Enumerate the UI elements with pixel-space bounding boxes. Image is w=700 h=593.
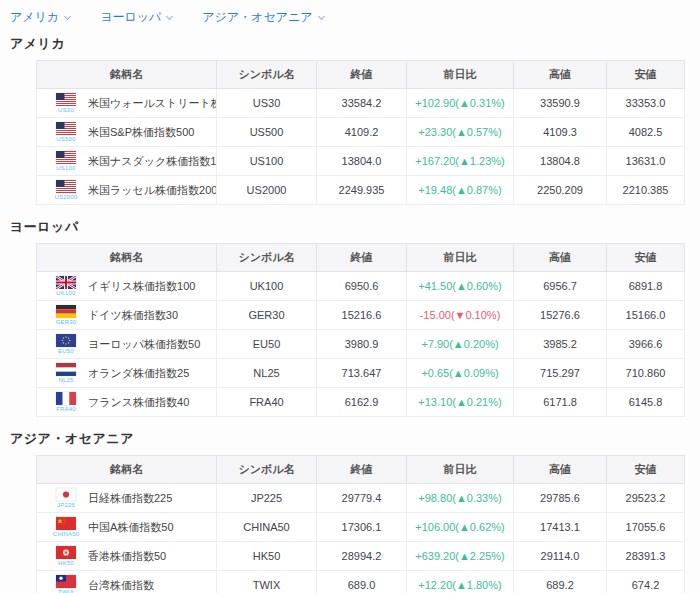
flag-caption: US2000	[55, 194, 78, 200]
instrument-name: 中国A株価指数50	[88, 520, 174, 535]
flag-caption: HK50	[58, 560, 74, 566]
column-header: 銘柄名	[37, 61, 217, 89]
instrument-cell: HK50香港株価指数50	[37, 542, 217, 571]
close-cell: 713.647	[317, 359, 407, 388]
index-row[interactable]: US100米国ナスダック株価指数100US10013804.0+167.20(▲…	[37, 147, 685, 176]
close-cell: 2249.935	[317, 176, 407, 205]
column-header: 前日比	[407, 244, 514, 272]
low-cell: 13631.0	[607, 147, 685, 176]
instrument-name: 米国ナスダック株価指数100	[88, 154, 217, 169]
fr-flag-icon	[56, 392, 76, 405]
index-row[interactable]: JP225日経株価指数225JP22529779.4+98.80(▲0.33%)…	[37, 484, 685, 513]
instrument-name: フランス株価指数40	[88, 395, 189, 410]
nl-flag-icon	[56, 363, 76, 376]
symbol-cell: JP225	[217, 484, 317, 513]
column-header: 安値	[607, 244, 685, 272]
chevron-down-icon	[166, 12, 173, 19]
instrument-name: ドイツ株価指数30	[88, 308, 178, 323]
flag-block: FRA40	[53, 392, 79, 412]
index-row[interactable]: US30米国ウォールストリート株価指数30US3033584.2+102.90(…	[37, 89, 685, 118]
flag-caption: US30	[58, 107, 74, 113]
symbol-cell: CHINA50	[217, 513, 317, 542]
low-cell: 6891.8	[607, 272, 685, 301]
flag-caption: JP225	[57, 502, 75, 508]
column-header: シンボル名	[217, 456, 317, 484]
close-cell: 15216.6	[317, 301, 407, 330]
index-row[interactable]: CHINA50中国A株価指数50CHINA5017306.1+106.00(▲0…	[37, 513, 685, 542]
instrument-cell: FRA40フランス株価指数40	[37, 388, 217, 417]
low-cell: 28391.3	[607, 542, 685, 571]
low-cell: 4082.5	[607, 118, 685, 147]
symbol-cell: FRA40	[217, 388, 317, 417]
nav-dropdown-asia-oceania[interactable]: アジア・オセアニア	[202, 9, 323, 26]
index-row[interactable]: FRA40フランス株価指数40FRA406162.9+13.10(▲0.21%)…	[37, 388, 685, 417]
flag-block: JP225	[53, 488, 79, 508]
index-row[interactable]: UK100イギリス株価指数100UK1006950.6+41.50(▲0.60%…	[37, 272, 685, 301]
index-row[interactable]: NL25オランダ株価指数25NL25713.647+0.65(▲0.09%)71…	[37, 359, 685, 388]
change-cell: +167.20(▲1.23%)	[407, 147, 514, 176]
flag-block: NL25	[53, 363, 79, 383]
low-cell: 2210.385	[607, 176, 685, 205]
instrument-name: 日経株価指数225	[88, 491, 172, 506]
nav-dropdown-europe[interactable]: ヨーロッパ	[100, 9, 172, 26]
instrument-cell: UK100イギリス株価指数100	[37, 272, 217, 301]
instrument-cell: US100米国ナスダック株価指数100	[37, 147, 217, 176]
column-header: 安値	[607, 456, 685, 484]
header-row: 銘柄名シンボル名終値前日比高値安値	[37, 456, 685, 484]
high-cell: 17413.1	[514, 513, 607, 542]
close-cell: 28994.2	[317, 542, 407, 571]
change-cell: +13.10(▲0.21%)	[407, 388, 514, 417]
instrument-name: 米国S&P株価指数500	[88, 125, 194, 140]
column-header: 前日比	[407, 456, 514, 484]
index-row[interactable]: GER30ドイツ株価指数30GER3015216.6-15.00(▼0.10%)…	[37, 301, 685, 330]
change-cell: +106.00(▲0.62%)	[407, 513, 514, 542]
column-header: 銘柄名	[37, 456, 217, 484]
column-header: 高値	[514, 244, 607, 272]
header-row: 銘柄名シンボル名終値前日比高値安値	[37, 244, 685, 272]
instrument-cell: GER30ドイツ株価指数30	[37, 301, 217, 330]
flag-caption: CHINA50	[53, 531, 80, 537]
section-title: アメリカ	[10, 35, 684, 53]
de-flag-icon	[56, 305, 76, 318]
index-row[interactable]: US2000米国ラッセル株価指数2000US20002249.935+19.48…	[37, 176, 685, 205]
high-cell: 6171.8	[514, 388, 607, 417]
instrument-name: 香港株価指数50	[88, 549, 166, 564]
symbol-cell: NL25	[217, 359, 317, 388]
index-row[interactable]: HK50香港株価指数50HK5028994.2+639.20(▲2.25%)29…	[37, 542, 685, 571]
close-cell: 13804.0	[317, 147, 407, 176]
close-cell: 4109.2	[317, 118, 407, 147]
flag-caption: GER30	[56, 319, 77, 325]
flag-caption: TWIX	[58, 589, 74, 593]
index-row[interactable]: EU50ヨーロッパ株価指数50EU503980.9+7.90(▲0.20%)39…	[37, 330, 685, 359]
index-row[interactable]: US500米国S&P株価指数500US5004109.2+23.30(▲0.57…	[37, 118, 685, 147]
low-cell: 17055.6	[607, 513, 685, 542]
change-cell: +0.65(▲0.09%)	[407, 359, 514, 388]
indices-table: 銘柄名シンボル名終値前日比高値安値UK100イギリス株価指数100UK10069…	[36, 243, 685, 417]
column-header: シンボル名	[217, 244, 317, 272]
instrument-name: 米国ラッセル株価指数2000	[88, 183, 217, 198]
high-cell: 3985.2	[514, 330, 607, 359]
eu-flag-icon	[56, 334, 76, 347]
index-row[interactable]: TWIX台湾株価指数TWIX689.0+12.20(▲1.80%)689.267…	[37, 571, 685, 593]
us-flag-icon	[56, 151, 76, 164]
tw-flag-icon	[56, 575, 76, 588]
flag-caption: FRA40	[56, 406, 76, 412]
content: アメリカ銘柄名シンボル名終値前日比高値安値US30米国ウォールストリート株価指数…	[10, 35, 684, 593]
high-cell: 29114.0	[514, 542, 607, 571]
nav-dropdown-america[interactable]: アメリカ	[10, 9, 70, 26]
low-cell: 33353.0	[607, 89, 685, 118]
hk-flag-icon	[56, 546, 76, 559]
flag-block: CHINA50	[53, 517, 79, 537]
flag-caption: US500	[56, 136, 75, 142]
flag-block: GER30	[53, 305, 79, 325]
column-header: 前日比	[407, 61, 514, 89]
close-cell: 33584.2	[317, 89, 407, 118]
symbol-cell: US100	[217, 147, 317, 176]
high-cell: 6956.7	[514, 272, 607, 301]
change-cell: +7.90(▲0.20%)	[407, 330, 514, 359]
nav-america-label: アメリカ	[10, 9, 59, 26]
instrument-cell: US2000米国ラッセル株価指数2000	[37, 176, 217, 205]
instrument-name: 台湾株価指数	[88, 578, 154, 593]
flag-block: US2000	[53, 180, 79, 200]
high-cell: 33590.9	[514, 89, 607, 118]
